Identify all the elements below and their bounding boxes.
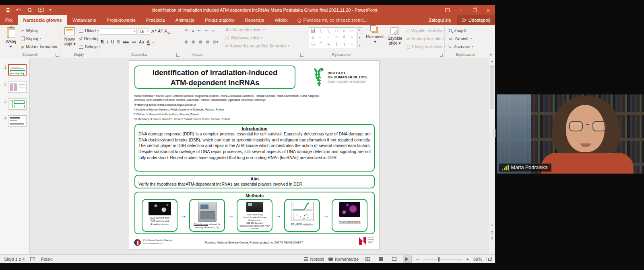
char-spacing-button[interactable]: AV — [132, 40, 136, 44]
search-icon — [449, 29, 452, 32]
view-reading-button[interactable] — [390, 256, 398, 263]
font-color-button[interactable]: A — [147, 39, 150, 45]
scroll-up-icon[interactable]: ▲ — [489, 59, 495, 62]
video-drag-handle[interactable] — [493, 129, 495, 137]
start-slideshow-icon[interactable] — [38, 8, 44, 12]
select-button[interactable]: ▻Zaznacz▾ — [449, 44, 473, 49]
introduction-box[interactable]: Introduction DNA damage response (DDR) i… — [134, 124, 375, 172]
view-slideshow-button[interactable] — [403, 256, 412, 263]
zoom-slider-thumb[interactable] — [438, 257, 440, 262]
shapes-gallery[interactable]: A ╲╲ □○▭ △⌐⌐ ⇨⇩▱ ᔓ⌒∿ {}☆ — [309, 27, 356, 48]
tab-review[interactable]: Recenzja — [240, 15, 270, 25]
sign-in-button[interactable]: Zaloguj się — [423, 15, 457, 25]
view-normal-button[interactable] — [363, 256, 372, 263]
close-button[interactable]: × — [481, 5, 495, 15]
minimize-button[interactable]: − — [454, 5, 468, 15]
clipboard-dialog-launcher[interactable] — [56, 53, 59, 57]
comments-button[interactable]: Komentarze — [328, 257, 359, 262]
undo-icon[interactable] — [16, 8, 22, 12]
slide-page[interactable]: Identification of irradiation-induced AT… — [129, 60, 380, 250]
tab-insert[interactable]: Wstawianie — [67, 15, 101, 25]
shapes-gallery-scrollbar[interactable]: ▲▼▼ — [357, 27, 362, 48]
tab-view[interactable]: Widok — [270, 15, 293, 25]
notes-button[interactable]: Notatki — [304, 257, 324, 262]
redo-icon[interactable] — [27, 8, 32, 12]
tab-slideshow[interactable]: Pokaz slajdów — [200, 15, 240, 25]
view-slide-sorter-button[interactable] — [376, 256, 385, 263]
ribbon-display-options-button[interactable] — [440, 5, 454, 15]
zoom-out-button[interactable]: − — [416, 257, 419, 262]
font-name-combo[interactable]: ▾ — [100, 28, 137, 35]
align-right-icon[interactable]: ≣ — [199, 39, 202, 44]
reset-icon: ↺ — [79, 36, 83, 41]
clear-formatting-button[interactable]: A⌫ — [164, 29, 171, 34]
cut-button[interactable]: ✂Wytnij — [21, 28, 37, 33]
reset-button[interactable]: ↺Resetuj — [79, 36, 98, 41]
scrollbar-thumb[interactable] — [490, 66, 494, 108]
layout-button[interactable]: Układ▾ — [79, 28, 99, 33]
paste-button[interactable]: Wklej▾ — [2, 27, 20, 49]
copy-button[interactable]: Kopiuj ▾ — [21, 36, 41, 41]
webcam-video[interactable]: Marta Podralska — [497, 94, 644, 174]
underline-button[interactable]: U — [111, 39, 114, 44]
shape-effects-button[interactable]: ❏Efekty kształtów▾ — [407, 44, 445, 49]
justify-icon[interactable]: ≣ — [206, 39, 209, 44]
proofing-icon[interactable]: × — [30, 257, 35, 261]
align-center-icon[interactable]: ≣ — [192, 39, 195, 44]
columns-icon[interactable]: ▥▾ — [213, 40, 218, 44]
tell-me-box[interactable]: Powiedz mi, co chcesz zrobić... — [293, 15, 372, 25]
align-text-button[interactable]: [↕]Wyrównaj tekst▾ — [225, 35, 262, 40]
language-indicator[interactable]: Polski — [41, 257, 52, 262]
next-slide-button[interactable]: ▼▼ — [489, 237, 495, 240]
bullets-icon[interactable]: ☰ — [184, 28, 188, 33]
shrink-font-button[interactable]: A▼ — [158, 29, 163, 33]
methods-box[interactable]: Methods LCLs derived from 4 AT patients … — [134, 192, 375, 234]
bold-button[interactable]: B — [101, 39, 104, 44]
new-slide-button[interactable]: Nowy slajd ▾ — [61, 27, 78, 46]
restore-button[interactable] — [468, 5, 481, 15]
align-left-icon[interactable]: ≣ — [184, 39, 188, 44]
slide-thumbnail-3[interactable]: 3 — [2, 98, 27, 110]
text-direction-button[interactable]: ⇅AKierunek tekstu▾ — [225, 27, 264, 32]
tab-transitions[interactable]: Przejścia — [141, 15, 170, 25]
grow-font-button[interactable]: A▲ — [151, 29, 157, 34]
decrease-indent-icon[interactable]: ⇤ — [198, 29, 201, 33]
increase-indent-icon[interactable]: ⇥ — [204, 29, 208, 33]
font-size-combo[interactable]: 16▾ — [138, 28, 150, 35]
slide-thumbnail-1[interactable]: 1 — [2, 64, 27, 76]
slide-thumbnail-2[interactable]: 2 — [2, 82, 27, 93]
share-button[interactable]: Udostępnij — [457, 15, 495, 25]
scroll-down-icon[interactable]: ▼ — [489, 224, 495, 227]
zoom-slider[interactable] — [423, 259, 462, 260]
tab-file[interactable]: Plik — [0, 15, 18, 25]
fit-slide-to-window-icon[interactable] — [487, 257, 492, 261]
shape-outline-button[interactable]: ▱Kontury kształtu▾ — [407, 36, 444, 41]
vertical-scrollbar[interactable]: ▲ ▼ ▲▲ ▼▼ — [489, 58, 495, 254]
format-painter-button[interactable]: ◆Malarz formatów — [21, 44, 57, 49]
slide-thumbnail-4[interactable]: 4 — [2, 115, 27, 127]
arrange-button[interactable]: Rozmieść▾ — [365, 27, 385, 44]
previous-slide-button[interactable]: ▲▲ — [489, 230, 495, 233]
tab-home[interactable]: Narzędzia główne — [18, 15, 68, 25]
smartart-button[interactable]: ⧉Konwertuj na grafikę SmartArt▾ — [225, 43, 289, 48]
tab-design[interactable]: Projektowanie — [101, 15, 141, 25]
aim-box[interactable]: Aim Verify the hypothesis that ATM-depen… — [134, 175, 375, 188]
collapse-ribbon-button[interactable]: ▲ — [489, 52, 493, 56]
drawing-dialog-launcher[interactable] — [440, 53, 443, 57]
tab-animations[interactable]: Animacje — [170, 15, 200, 25]
italic-button[interactable]: I — [107, 39, 108, 44]
strike-abc-button[interactable]: abe — [123, 40, 129, 44]
change-case-button[interactable]: Aa — [139, 40, 144, 44]
zoom-level[interactable]: 69% — [473, 257, 482, 262]
line-spacing-icon[interactable]: ↕≡ — [211, 29, 215, 33]
zoom-in-button[interactable]: + — [466, 257, 469, 262]
title-box[interactable]: Identification of irradiation-induced AT… — [134, 65, 295, 89]
replace-button[interactable]: abZamień▾ — [449, 36, 472, 41]
numbering-icon[interactable]: ≡ — [192, 28, 194, 33]
shape-fill-button[interactable]: ◇Wypełn. kształtu▾ — [407, 28, 445, 33]
save-icon[interactable] — [6, 8, 10, 12]
customize-qat-icon[interactable]: ▾ — [50, 8, 51, 12]
find-button[interactable]: Znajdź — [449, 28, 467, 33]
quick-styles-button[interactable]: Szybkie style ▾ — [385, 27, 405, 45]
strikethrough-button[interactable]: S — [117, 39, 120, 44]
